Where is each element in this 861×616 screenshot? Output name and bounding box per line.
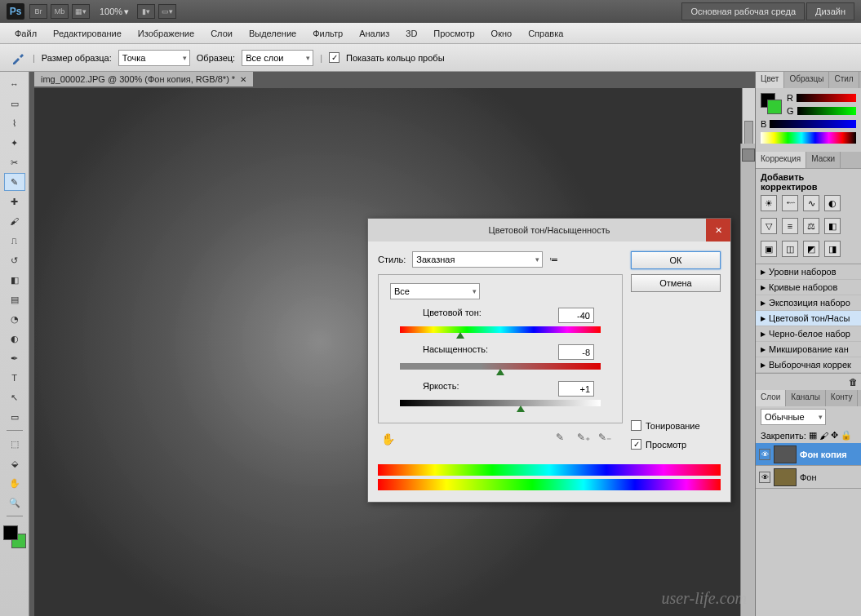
tab-styles[interactable]: Стил [829, 72, 859, 88]
tab-swatches[interactable]: Образцы [784, 72, 829, 88]
layer-row[interactable]: 👁 Фон [756, 466, 861, 489]
menu-analysis[interactable]: Анализ [351, 25, 397, 42]
bw-icon[interactable]: ◧ [824, 218, 841, 234]
heal-tool[interactable]: ✚ [4, 193, 25, 211]
menu-layers[interactable]: Слои [202, 25, 241, 42]
hue-icon[interactable]: ≡ [782, 218, 798, 234]
preset-levels[interactable]: ▶Уровни наборов [756, 264, 861, 280]
colorize-checkbox[interactable] [631, 420, 641, 431]
arrange-icon[interactable]: ▮▾ [137, 4, 155, 19]
foreground-swatch[interactable] [3, 525, 18, 540]
marquee-tool[interactable]: ▭ [4, 95, 25, 113]
eyedropper-tool[interactable]: ✎ [4, 173, 25, 191]
lock-move-icon[interactable]: ✥ [831, 430, 838, 441]
tab-channels[interactable]: Каналы [786, 390, 826, 406]
levels-icon[interactable]: ⬳ [782, 195, 798, 211]
menu-image[interactable]: Изображение [130, 25, 202, 42]
cancel-button[interactable]: Отмена [631, 274, 721, 292]
vibrance-icon[interactable]: ▽ [761, 218, 777, 234]
tab-masks[interactable]: Маски [806, 152, 841, 168]
menu-view[interactable]: Просмотр [425, 25, 482, 42]
type-tool[interactable]: T [4, 369, 25, 387]
posterize-icon[interactable]: ◨ [824, 241, 841, 257]
bg-color-icon[interactable] [767, 100, 782, 114]
hue-input[interactable] [558, 308, 594, 323]
exposure-icon[interactable]: ◐ [824, 195, 841, 211]
bridge-icon[interactable]: Br [29, 4, 47, 19]
tab-layers[interactable]: Слои [756, 390, 786, 406]
tab-adjustments[interactable]: Коррекция [756, 152, 806, 168]
sample-size-select[interactable]: Точка [118, 50, 190, 66]
blend-mode-select[interactable]: Обычные [761, 409, 826, 425]
tab-color[interactable]: Цвет [756, 72, 784, 88]
minibridge-icon[interactable]: Mb [51, 4, 69, 19]
menu-edit[interactable]: Редактирование [45, 25, 130, 42]
preset-menu-icon[interactable]: ≔ [549, 255, 558, 265]
hand-tool[interactable]: ✋ [4, 474, 25, 492]
preview-checkbox[interactable] [631, 439, 641, 450]
close-tab-icon[interactable]: ✕ [240, 75, 246, 84]
lock-transparency-icon[interactable]: ▦ [809, 430, 817, 441]
lock-paint-icon[interactable]: 🖌 [819, 431, 828, 441]
eyedropper-icon[interactable]: ✎ [556, 432, 570, 446]
hand-icon[interactable]: ✋ [381, 432, 395, 445]
style-select[interactable]: Заказная [412, 251, 543, 268]
gradient-tool[interactable]: ▤ [4, 290, 25, 308]
adj-trash-icon[interactable]: 🗑 [849, 377, 858, 387]
workspace-button[interactable]: Основная рабочая среда [681, 2, 805, 20]
g-slider[interactable] [797, 107, 856, 115]
lasso-tool[interactable]: ⌇ [4, 114, 25, 132]
range-select[interactable]: Все [390, 283, 480, 299]
view-extras-icon[interactable]: ▦▾ [72, 4, 90, 19]
path-tool[interactable]: ↖ [4, 388, 25, 406]
3d-cam-tool[interactable]: ⬙ [4, 454, 25, 472]
document-tab[interactable]: img_00002.JPG @ 300% (Фон копия, RGB/8*)… [34, 72, 253, 86]
brightness-icon[interactable]: ☀ [761, 195, 777, 211]
menu-select[interactable]: Выделение [241, 25, 304, 42]
ok-button[interactable]: ОК [631, 251, 721, 269]
b-slider[interactable] [770, 120, 856, 128]
design-button[interactable]: Дизайн [806, 2, 854, 20]
eraser-tool[interactable]: ◧ [4, 271, 25, 289]
lock-all-icon[interactable]: 🔒 [841, 430, 852, 441]
show-ring-checkbox[interactable] [329, 52, 340, 63]
3d-tool[interactable]: ⬚ [4, 435, 25, 453]
preset-exposure[interactable]: ▶Экспозиция наборо [756, 295, 861, 311]
sample-select[interactable]: Все слои [242, 50, 313, 66]
layer-row[interactable]: 👁 Фон копия [756, 443, 861, 466]
pen-tool[interactable]: ✒ [4, 349, 25, 367]
r-slider[interactable] [797, 94, 856, 102]
zoom-level[interactable]: 100% [100, 7, 122, 16]
menu-filter[interactable]: Фильтр [304, 25, 351, 42]
wand-tool[interactable]: ✦ [4, 134, 25, 152]
close-button[interactable]: ✕ [706, 219, 730, 242]
preset-curves[interactable]: ▶Кривые наборов [756, 280, 861, 295]
preset-hue[interactable]: ▶Цветовой тон/Насы [756, 311, 861, 326]
preset-selective[interactable]: ▶Выборочная коррек [756, 357, 861, 373]
menu-help[interactable]: Справка [520, 25, 571, 42]
move-tool[interactable]: ↔ [4, 75, 25, 93]
color-swatches[interactable] [3, 525, 26, 548]
lightness-slider[interactable] [400, 400, 601, 408]
saturation-slider[interactable] [400, 363, 601, 371]
hue-slider[interactable] [400, 326, 601, 335]
preset-bw[interactable]: ▶Черно-белое набор [756, 326, 861, 342]
history-brush-tool[interactable]: ↺ [4, 251, 25, 269]
preset-mixer[interactable]: ▶Микширование кан [756, 342, 861, 357]
blur-tool[interactable]: ◔ [4, 310, 25, 328]
eyedropper-sub-icon[interactable]: ✎₋ [598, 432, 613, 446]
saturation-input[interactable] [558, 344, 594, 360]
invert-icon[interactable]: ◩ [803, 241, 819, 257]
dodge-tool[interactable]: ◐ [4, 330, 25, 348]
shape-tool[interactable]: ▭ [4, 408, 25, 426]
curves-icon[interactable]: ∿ [803, 195, 819, 211]
photo-filter-icon[interactable]: ▣ [761, 241, 777, 257]
visibility-icon[interactable]: 👁 [759, 472, 770, 483]
zoom-tool[interactable]: 🔍 [4, 494, 25, 512]
tab-paths[interactable]: Конту [826, 390, 859, 406]
screenmode-icon[interactable]: ▭▾ [158, 4, 176, 19]
crop-tool[interactable]: ✂ [4, 153, 25, 171]
menu-3d[interactable]: 3D [397, 25, 425, 42]
channel-mixer-icon[interactable]: ◫ [782, 241, 798, 257]
spectrum-bar[interactable] [761, 132, 856, 144]
